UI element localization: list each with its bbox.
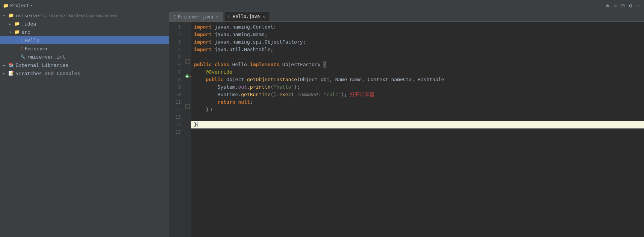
idea-label: .idea [21, 21, 36, 27]
collapse-icon[interactable]: ⊟ [620, 2, 626, 9]
sidebar: 📁 rmiserver C:\Users\TXW\Desktop\rmiserv… [0, 11, 169, 237]
sidebar-item-iml[interactable]: 🔧 rmiserver.iml [0, 53, 169, 61]
tab-rmisever-label: Rmisever.java [178, 14, 213, 20]
main-layout: 📁 rmiserver C:\Users\TXW\Desktop\rmiserv… [0, 11, 644, 237]
editor-content: 1 2 3 4 5 6 7 8 9 10 11 12 13 14 15 − [169, 22, 644, 237]
line-num-5: 5 [171, 53, 181, 61]
code-line-12: }I [191, 106, 644, 113]
sidebar-item-hello[interactable]: C Hello [0, 36, 169, 44]
line-numbers: 1 2 3 4 5 6 7 8 9 10 11 12 13 14 15 [169, 22, 184, 237]
gutter: − ● ↑ − [184, 22, 191, 237]
line-num-7: 7 [171, 68, 181, 76]
code-line-13 [191, 113, 644, 121]
arrow-rmiserver [3, 14, 8, 18]
rmiserver-path: C:\Users\TXW\Desktop\rmiserver [43, 13, 118, 18]
code-line-9: System.out.println("hello"); [191, 83, 644, 91]
hello-label: Hello [25, 38, 39, 43]
tab-rmisever-icon: C [173, 14, 176, 20]
sidebar-item-scratches[interactable]: 📝 Scratches and Consoles [0, 69, 169, 77]
code-line-15 [191, 128, 644, 136]
line-num-15: 15 [171, 128, 181, 136]
project-folder-icon: 📁 [3, 3, 9, 8]
line-num-14: 14 [171, 121, 181, 128]
idea-folder-icon: 📁 [14, 21, 20, 26]
project-dropdown-icon[interactable]: ▾ [31, 3, 33, 8]
sidebar-item-idea[interactable]: 📁 .idea [0, 20, 169, 28]
module-folder-icon: 📁 [8, 13, 14, 18]
minimize-icon[interactable]: − [636, 2, 641, 9]
line-num-13: 13 [171, 113, 181, 121]
code-line-11: return null; [191, 98, 644, 106]
settings-icon[interactable]: ⚙ [628, 2, 633, 9]
sidebar-item-src[interactable]: 📁 src [0, 28, 169, 36]
sidebar-item-rmiserver[interactable]: 📁 rmiserver C:\Users\TXW\Desktop\rmiserv… [0, 11, 169, 20]
line-num-8: 8 [171, 76, 181, 83]
tab-hello[interactable]: C Hello.java × [224, 12, 270, 21]
code-line-3: import javax.naming.spi.ObjectFactory; [191, 38, 644, 46]
gutter-arrow-8: ↑ [189, 74, 192, 79]
project-label[interactable]: 📁 Project ▾ [3, 3, 33, 8]
line-num-11: 11 [171, 98, 181, 106]
code-line-8: public Object getObjectInstance(Object o… [191, 76, 644, 83]
add-icon[interactable]: ⊕ [605, 2, 610, 9]
line-num-4: 4 [171, 46, 181, 53]
code-line-10: Runtime.getRuntime().exec( command: "cal… [191, 91, 644, 98]
tab-rmisever[interactable]: C Rmisever.java × [169, 12, 223, 21]
arrow-scratches [3, 71, 8, 75]
top-bar-icons: ⊕ ≡ ⊟ ⚙ − [605, 2, 641, 9]
iml-icon: 🔧 [20, 54, 26, 59]
line-num-1: 1 [171, 23, 181, 31]
sidebar-item-external-libs[interactable]: 📚 External Libraries [0, 61, 169, 69]
top-bar: 📁 Project ▾ ⊕ ≡ ⊟ ⚙ − [0, 0, 644, 11]
code-area[interactable]: import javax.naming.Context; import java… [191, 22, 644, 237]
tab-hello-label: Hello.java [233, 14, 260, 19]
code-line-4: import java.util.Hashtable; [191, 46, 644, 53]
code-line-1: import javax.naming.Context; [191, 23, 644, 31]
rmisever-label: Rmisever [25, 46, 48, 51]
ext-libs-label: External Libraries [15, 62, 68, 68]
code-line-7: @Override [191, 68, 644, 76]
expand-icon[interactable]: ≡ [612, 2, 618, 9]
arrow-ext-libs [3, 63, 8, 67]
code-line-14: } [191, 121, 644, 128]
line-num-3: 3 [171, 38, 181, 46]
code-line-5 [191, 53, 644, 61]
line-num-12: 12 [171, 106, 181, 113]
src-label: src [21, 29, 30, 35]
fold-icon-6[interactable]: − [185, 59, 190, 64]
tab-bar: C Rmisever.java × C Hello.java × [169, 11, 644, 22]
rmisever-java-icon: C [20, 46, 23, 51]
project-title: Project [10, 3, 29, 8]
src-folder-icon: 📁 [14, 29, 20, 35]
arrow-idea [9, 22, 14, 26]
line-num-9: 9 [171, 83, 181, 91]
line-num-2: 2 [171, 31, 181, 38]
fold-icon-12[interactable]: − [185, 104, 190, 109]
gutter-mark-8: ● [185, 74, 189, 78]
scratch-icon: 📝 [8, 71, 14, 76]
tab-hello-close[interactable]: × [262, 14, 266, 19]
iml-label: rmiserver.iml [27, 54, 65, 60]
rmiserver-label: rmiserver [15, 13, 42, 18]
tab-rmisever-close[interactable]: × [215, 14, 219, 19]
lib-icon: 📚 [8, 62, 14, 68]
editor-area: C Rmisever.java × C Hello.java × 1 2 3 4… [169, 11, 644, 237]
line-num-6: 6 [171, 61, 181, 68]
arrow-src [9, 30, 14, 34]
scratches-label: Scratches and Consoles [15, 71, 80, 76]
hello-java-icon: C [20, 38, 23, 43]
line-num-10: 10 [171, 91, 181, 98]
sidebar-item-rmisever[interactable]: C Rmisever [0, 44, 169, 53]
tab-hello-icon: C [228, 14, 231, 19]
code-line-6: public class Hello implements ObjectFact… [191, 61, 644, 68]
code-line-2: import javax.naming.Name; [191, 31, 644, 38]
